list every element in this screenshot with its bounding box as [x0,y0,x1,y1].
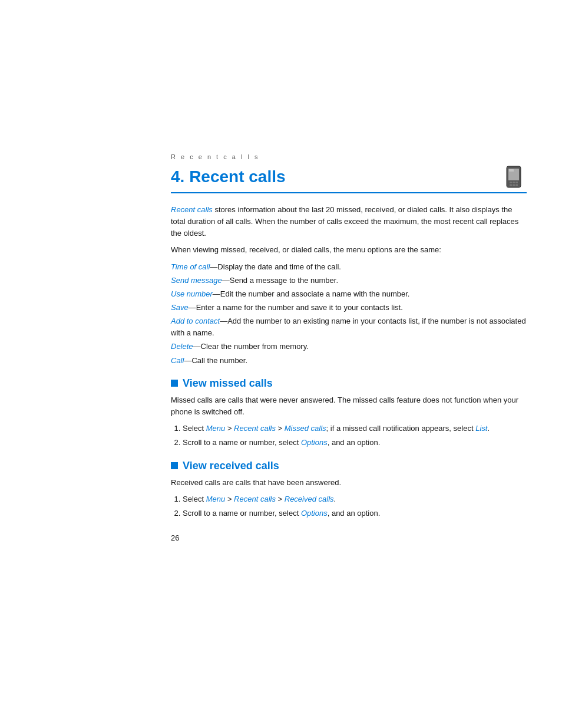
received-calls-link: Received calls [285,495,334,503]
menu-item-use-number: Use number—Edit the number and associate… [171,288,527,300]
add-to-contact-link: Add to contact [171,317,220,325]
chapter-title-text: Recent calls [189,167,285,186]
received-calls-step-1: Select Menu > Recent calls > Received ca… [183,493,527,506]
send-message-link: Send message [171,276,222,285]
menu-link-1: Menu [206,424,226,433]
phone-icon [501,164,527,190]
page-number: 26 [171,533,527,542]
recent-calls-link-1: Recent calls [171,205,213,214]
missed-calls-title: View missed calls [183,377,273,390]
page: R e c e n t c a l l s 4. Recent calls [0,0,562,728]
svg-rect-8 [515,185,518,186]
received-calls-title: View received calls [183,460,279,472]
options-link-1: Options [301,438,328,447]
menu-item-send: Send message—Send a message to the numbe… [171,275,527,286]
save-link: Save [171,303,189,312]
menu-item-save: Save—Enter a name for the number and sav… [171,302,527,314]
svg-rect-4 [513,182,515,183]
content-area: R e c e n t c a l l s 4. Recent calls [171,0,527,542]
menu-item-delete: Delete—Clear the number from memory. [171,341,527,353]
intro-text-1: stores information about the last 20 mis… [171,205,518,238]
intro-paragraph-2: When viewing missed, received, or dialed… [171,244,527,256]
use-number-link: Use number [171,289,213,298]
time-of-call-link: Time of call [171,262,210,271]
list-link: List [475,424,487,433]
delete-link: Delete [171,342,193,351]
received-calls-header: View received calls [171,460,527,472]
menu-item-add-contact: Add to contact—Add the number to an exis… [171,315,527,339]
missed-calls-header: View missed calls [171,377,527,390]
chapter-number: 4. [171,167,184,186]
svg-rect-6 [510,185,512,186]
missed-calls-step-1: Select Menu > Recent calls > Missed call… [183,423,527,435]
menu-items-list: Time of call—Display the date and time o… [171,261,527,367]
received-calls-step-2: Scroll to a name or number, select Optio… [183,508,527,520]
received-calls-icon [171,462,178,469]
chapter-header: 4. Recent calls [171,164,527,193]
svg-rect-3 [510,182,512,183]
missed-calls-description: Missed calls are calls that were never a… [171,394,527,418]
missed-calls-link: Missed calls [285,424,326,433]
call-link: Call [171,356,184,365]
svg-rect-9 [509,169,514,172]
menu-item-call: Call—Call the number. [171,355,527,367]
received-calls-description: Received calls are calls that have been … [171,477,527,489]
intro-paragraph-1: Recent calls stores information about th… [171,204,527,239]
svg-rect-5 [515,182,518,183]
section-label: R e c e n t c a l l s [171,153,527,160]
missed-calls-step-2: Scroll to a name or number, select Optio… [183,437,527,449]
menu-item-time: Time of call—Display the date and time o… [171,261,527,273]
recent-calls-link-2: Recent calls [234,424,276,433]
menu-link-2: Menu [206,495,226,503]
svg-rect-7 [513,185,515,186]
recent-calls-link-3: Recent calls [234,495,276,503]
missed-calls-steps: Select Menu > Recent calls > Missed call… [180,423,527,449]
missed-calls-icon [171,380,178,387]
options-link-2: Options [301,509,328,518]
received-calls-steps: Select Menu > Recent calls > Received ca… [180,493,527,520]
chapter-title: 4. Recent calls [171,167,286,186]
